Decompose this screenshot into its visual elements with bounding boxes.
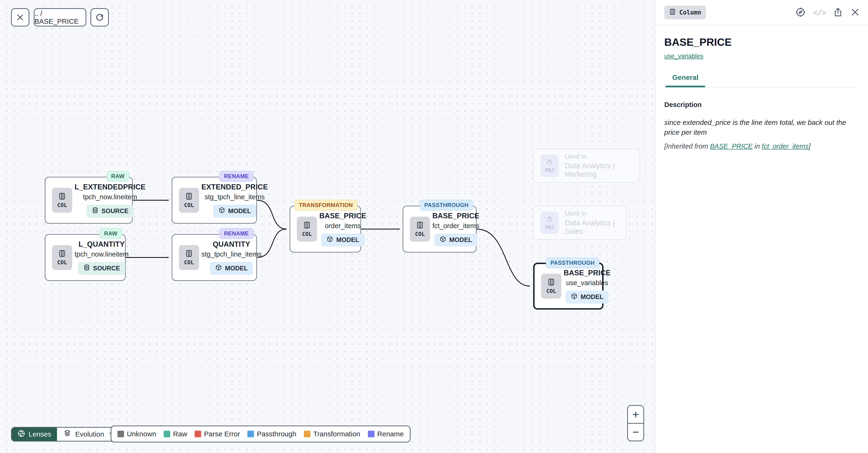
column-type-chip: COL xyxy=(410,217,430,242)
database-icon xyxy=(92,207,99,216)
legend-item-passthrough: Passthrough xyxy=(247,430,296,438)
description-heading: Description xyxy=(664,101,860,109)
node-title: BASE_PRICE xyxy=(432,212,479,220)
node-title: BASE_PRICE xyxy=(319,212,366,220)
code-icon: </> xyxy=(813,8,826,17)
node-base-price-fct-order-items[interactable]: PASSTHROUGH COL BASE_PRICE fct_order_ite… xyxy=(403,206,477,253)
panel-actions: </> xyxy=(795,7,860,18)
description-text: since extended_price is the line item to… xyxy=(664,118,857,137)
column-icon xyxy=(416,221,424,230)
column-icon xyxy=(58,192,66,201)
legend-swatch xyxy=(247,431,254,437)
node-subtitle: order_items xyxy=(325,222,361,230)
close-panel-button[interactable] xyxy=(850,7,860,18)
legend-item-rename: Rename xyxy=(368,430,404,438)
layers-icon xyxy=(63,429,71,440)
column-icon xyxy=(58,250,66,258)
share-button[interactable] xyxy=(833,7,843,18)
column-icon xyxy=(669,8,676,17)
breadcrumb-label: .. / BASE_PRICE xyxy=(34,9,86,25)
cube-icon xyxy=(215,264,222,273)
node-l-quantity[interactable]: RAW COL L_QUANTITY tpch_now.lineitem SOU… xyxy=(45,234,126,281)
tab-general[interactable]: General xyxy=(665,74,705,87)
column-type-chip: COL xyxy=(179,245,199,270)
lineage-app: { "toolbar": { "breadcrumb": ".. / BASE_… xyxy=(0,0,868,453)
project-chip: PRJ xyxy=(540,211,559,234)
node-subtitle: tpch_now.lineitem xyxy=(83,193,137,201)
lenses-button[interactable]: Lenses xyxy=(12,428,57,441)
evolution-badge: PASSTHROUGH xyxy=(546,257,599,268)
kind-badge: MODEL xyxy=(210,262,253,275)
detail-panel-body: BASE_PRICE use_variables General Descrip… xyxy=(656,36,868,150)
kind-badge: SOURCE xyxy=(87,205,134,218)
legend-swatch xyxy=(368,431,374,437)
node-quantity[interactable]: RENAME COL QUANTITY stg_tpch_line_items … xyxy=(172,234,257,281)
lenses-control: Lenses Evolution xyxy=(11,427,122,442)
node-title: EXTENDED_PRICE xyxy=(202,183,268,191)
node-base-price-use-variables[interactable]: PASSTHROUGH COL BASE_PRICE use_variables… xyxy=(533,263,603,310)
legend-swatch xyxy=(195,431,201,437)
legend-item-unknown: Unknown xyxy=(118,430,156,438)
node-title: L_QUANTITY xyxy=(79,240,125,249)
column-icon xyxy=(185,192,193,201)
column-type-chip: COL xyxy=(52,245,72,270)
zoom-controls: + − xyxy=(627,405,644,441)
close-icon xyxy=(16,13,24,22)
node-title: QUANTITY xyxy=(213,240,250,249)
view-code-button[interactable]: </> xyxy=(813,8,826,17)
node-subtitle: stg_tpch_line_items xyxy=(202,250,261,258)
explore-lineage-button[interactable] xyxy=(795,7,806,18)
column-icon xyxy=(303,221,311,230)
model-link[interactable]: use_variables xyxy=(664,53,704,60)
kind-badge: MODEL xyxy=(565,290,609,304)
node-title: L_EXTENDEDPRICE xyxy=(74,183,146,191)
cube-icon xyxy=(439,236,446,244)
breadcrumb[interactable]: .. / BASE_PRICE xyxy=(34,8,86,27)
node-subtitle: stg_tpch_line_items xyxy=(205,193,265,201)
compass-icon xyxy=(795,7,806,18)
legend-item-raw: Raw xyxy=(164,430,187,438)
kind-badge: SOURCE xyxy=(78,262,125,275)
evolution-badge: RENAME xyxy=(219,171,253,182)
project-icon xyxy=(546,159,553,166)
column-icon xyxy=(547,278,555,287)
node-subtitle: use_variables xyxy=(566,279,608,287)
entity-type-badge: Column xyxy=(664,6,706,19)
project-icon xyxy=(546,216,553,223)
cube-icon xyxy=(218,207,225,216)
used-in-project: Data Analytics | Sales xyxy=(565,219,620,236)
node-l-extendedprice[interactable]: RAW COL L_EXTENDEDPRICE tpch_now.lineite… xyxy=(45,177,133,224)
refresh-button[interactable] xyxy=(91,8,109,27)
node-title: BASE_PRICE xyxy=(564,269,611,277)
used-in-project: Data Analytics | Marketing xyxy=(565,162,634,179)
used-in-node-marketing[interactable]: PRJ Used In Data Analytics | Marketing xyxy=(533,148,640,183)
node-subtitle: tpch_now.lineitem xyxy=(74,250,129,258)
kind-badge: MODEL xyxy=(434,233,477,247)
legend-item-transformation: Transformation xyxy=(304,430,361,438)
node-extended-price[interactable]: RENAME COL EXTENDED_PRICE stg_tpch_line_… xyxy=(172,177,257,224)
detail-panel: Column </> BASE_PRICE xyxy=(655,0,868,453)
used-in-node-sales[interactable]: PRJ Used In Data Analytics | Sales xyxy=(533,206,626,240)
legend-swatch xyxy=(118,431,124,437)
close-lineage-button[interactable] xyxy=(11,8,29,27)
cube-icon xyxy=(327,236,333,244)
inherited-column-link[interactable]: BASE_PRICE xyxy=(710,142,753,150)
zoom-in-button[interactable]: + xyxy=(628,406,643,424)
kind-badge: MODEL xyxy=(321,233,364,247)
legend-swatch xyxy=(164,431,170,437)
column-type-chip: COL xyxy=(541,274,561,299)
node-base-price-order-items[interactable]: TRANSFORMATION COL BASE_PRICE order_item… xyxy=(289,206,361,253)
evolution-badge: TRANSFORMATION xyxy=(294,200,358,210)
inherited-model-link[interactable]: fct_order_items xyxy=(762,142,809,150)
database-icon xyxy=(83,264,90,273)
zoom-out-button[interactable]: − xyxy=(628,424,643,441)
close-icon xyxy=(850,7,860,18)
evolution-badge: PASSTHROUGH xyxy=(420,200,473,210)
evolution-legend: Unknown Raw Parse Error Passthrough Tran… xyxy=(111,426,410,443)
inherited-from-note: [Inherited from BASE_PRICE in fct_order_… xyxy=(664,142,860,150)
evolution-badge: RAW xyxy=(99,228,122,239)
evolution-badge: RAW xyxy=(106,171,129,182)
aperture-icon xyxy=(17,429,25,439)
column-icon xyxy=(185,250,193,258)
lens-selected-label: Evolution xyxy=(75,430,104,438)
